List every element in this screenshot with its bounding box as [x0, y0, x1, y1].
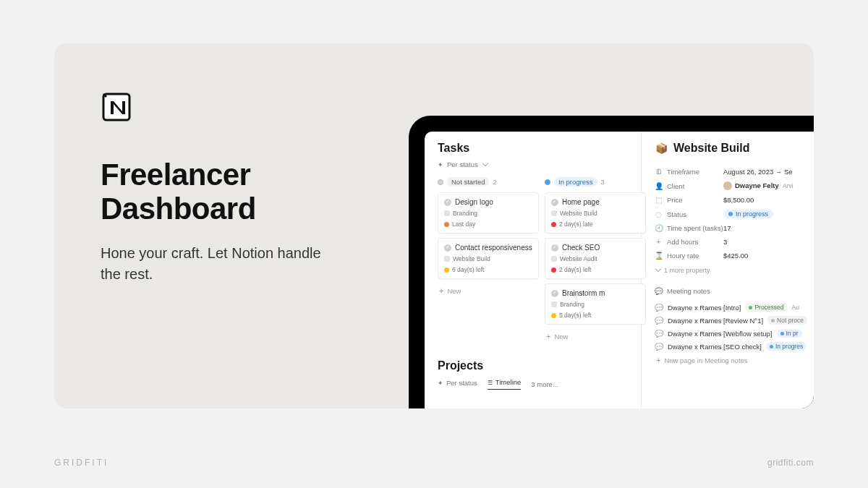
package-icon: 📦 [655, 142, 668, 155]
meeting-note-row[interactable]: 💬 Dwayne x Rames [Intro] Processed Au [655, 301, 814, 314]
due-dot-icon [551, 222, 556, 227]
due-dot-icon [444, 267, 449, 273]
property-value: $425.00 [723, 252, 748, 260]
task-due: 2 day(s) late [559, 221, 593, 228]
task-due: 5 day(s) left [559, 312, 591, 319]
column-count: 2 [493, 179, 496, 186]
check-icon [551, 290, 558, 297]
column-label: Not started [447, 177, 489, 187]
promo-headline: Freelancer Dashboard [101, 158, 326, 226]
property-row[interactable]: ⌛ Houry rate $425.00 [655, 249, 814, 262]
chat-icon: 💬 [655, 317, 663, 325]
footer-url: gridfiti.com [767, 458, 814, 468]
task-project: Website Audit [560, 255, 597, 262]
chat-icon: 💬 [655, 287, 663, 295]
task-card[interactable]: Brainstorm m Branding 5 day(s) left [545, 283, 646, 325]
property-label: Status [667, 210, 686, 218]
chat-icon: 💬 [655, 330, 663, 338]
property-row[interactable]: ◌ Status In progress [655, 207, 814, 221]
property-row[interactable]: 🕘 Time spent (tasks) 17 [655, 221, 814, 235]
calendar-icon: 🗓 [655, 168, 663, 176]
project-icon [551, 301, 557, 307]
property-label: Time spent (tasks) [667, 224, 723, 232]
chat-icon: 💬 [655, 304, 663, 312]
hourglass-icon: ⌛ [655, 252, 663, 260]
property-label: Add hours [667, 238, 698, 246]
tabs-more[interactable]: 3 more... [531, 380, 558, 388]
project-icon [551, 256, 557, 262]
tasks-view-selector[interactable]: Per status [438, 160, 634, 168]
status-icon: ◌ [655, 210, 663, 218]
project-icon [444, 210, 450, 216]
column-header: Not started 2 [438, 177, 539, 187]
note-name: Dwayne x Rames [Review N°1] [668, 317, 763, 325]
due-dot-icon [444, 222, 449, 227]
task-card[interactable]: Home page Website Build 2 day(s) late [545, 192, 646, 234]
detail-page-title: Website Build [673, 142, 750, 155]
property-label: Client [667, 182, 684, 190]
task-title: Design logo [455, 198, 493, 206]
tasks-view-label: Per status [447, 160, 478, 168]
property-row[interactable]: ⬚ Price $8,500.00 [655, 193, 814, 207]
status-dot-icon [438, 179, 443, 185]
meeting-notes-title: Meeting notes [667, 287, 710, 295]
project-icon [551, 210, 557, 216]
column-header: In progress 3 [545, 177, 646, 187]
task-card[interactable]: Contact responsiveness Website Build 6 d… [438, 238, 539, 279]
plus-icon [656, 356, 660, 364]
plus-icon: + [655, 238, 663, 246]
chat-icon: 💬 [655, 343, 663, 351]
sparkle-icon [438, 379, 443, 387]
sparkle-icon [438, 160, 443, 168]
column-label: In progress [554, 177, 597, 187]
note-name: Dwayne x Rames [SEO check] [668, 343, 762, 351]
property-row[interactable]: 🗓 Timeframe August 26, 2023 → Se [655, 165, 814, 179]
note-status: Not proce [767, 316, 807, 325]
property-value: August 26, 2023 → Se [723, 168, 793, 176]
property-row[interactable]: + Add hours 3 [655, 235, 814, 249]
new-task-button[interactable]: New [545, 329, 646, 343]
task-due: 2 day(s) left [559, 266, 591, 273]
more-properties[interactable]: 1 more property [655, 267, 814, 274]
property-value: 3 [723, 238, 727, 246]
timeline-icon [488, 378, 493, 386]
tab-timeline[interactable]: Timeline [488, 378, 522, 390]
person-icon: 👤 [655, 182, 663, 190]
due-dot-icon [551, 267, 556, 273]
property-value: $8,500.00 [723, 196, 754, 204]
property-row[interactable]: 👤 Client Dwayne Felty Arvi [655, 179, 814, 193]
task-project: Branding [560, 301, 584, 308]
promo-tagline: Hone your craft. Let Notion handle the r… [101, 243, 326, 285]
new-meeting-note[interactable]: New page in Meeting notes [655, 353, 814, 367]
plus-icon [439, 286, 443, 295]
task-card[interactable]: Design logo Branding Last day [438, 192, 539, 234]
check-icon [551, 199, 558, 206]
check-icon [444, 199, 451, 206]
tablet-frame: Tasks Per status Not started 2 Design lo… [409, 116, 814, 408]
property-label: Timeframe [667, 168, 699, 176]
plus-icon [546, 332, 550, 341]
meeting-note-row[interactable]: 💬 Dwayne x Rames [SEO check] In progres [655, 340, 814, 353]
meeting-note-row[interactable]: 💬 Dwayne x Rames [Review N°1] Not proce [655, 314, 814, 327]
task-title: Brainstorm m [562, 289, 605, 297]
task-title: Home page [562, 198, 600, 206]
property-value: 17 [723, 224, 731, 232]
tasks-title: Tasks [438, 142, 634, 155]
clock-icon: 🕘 [655, 224, 663, 232]
tab-per-status[interactable]: Per status [438, 379, 477, 390]
due-dot-icon [551, 313, 556, 318]
meeting-note-row[interactable]: 💬 Dwayne x Rames [Webflow setup] In pr [655, 327, 814, 340]
check-icon [551, 244, 558, 252]
task-project: Website Build [453, 255, 490, 262]
column-count: 3 [601, 179, 605, 186]
footer-brand: GRIDFITI [54, 458, 109, 468]
project-icon [444, 256, 450, 262]
note-status: Processed [745, 303, 787, 312]
notion-logo-icon [101, 90, 134, 123]
client-name: Dwayne Felty [735, 181, 779, 189]
task-card[interactable]: Check SEO Website Audit 2 day(s) left [545, 238, 646, 279]
task-due: Last day [452, 221, 475, 228]
new-task-button[interactable]: New [438, 283, 539, 298]
note-name: Dwayne x Rames [Intro] [668, 304, 741, 312]
status-dot-icon [545, 179, 550, 185]
